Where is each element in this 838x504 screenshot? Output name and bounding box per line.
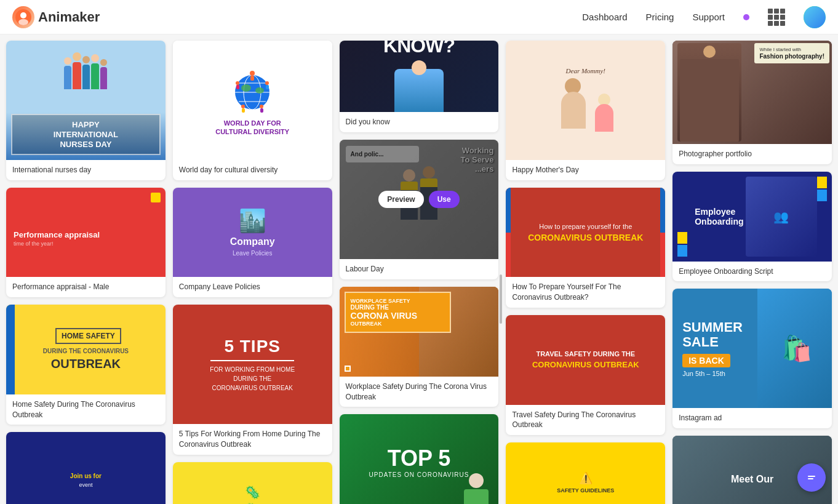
card-thumb-company-leave[interactable]: 🏙️ Company Leave Policies Preview Use — [173, 188, 332, 278]
card-company-leave: 🏙️ Company Leave Policies Preview Use Co… — [173, 188, 332, 297]
card-thumb-summer-sale[interactable]: 🛍️ SUMMERSALE IS BACK Jun 5th – 15th Pre… — [672, 289, 832, 408]
card-five-tips: 5 TIPS FOR WORKING FROM HOMEDURING THECO… — [173, 305, 332, 455]
chat-bubble[interactable] — [797, 463, 826, 492]
card-label-company-leave: Company Leave Policies — [173, 277, 332, 297]
card-nurses-day: HAPPYINTERNATIONALNURSES DAY Preview Use… — [6, 41, 166, 180]
nav-area: Dashboard Pricing Support — [582, 6, 826, 28]
card-did-you-know: KNOW? Preview Use — [340, 41, 499, 132]
card-top5: TOP 5 UPDATES ON CORONAVIRUS Preview — [340, 414, 499, 504]
card-performance: Performance appraisal time of the year! … — [6, 188, 166, 297]
card-mothers-day: Dear Mommy! — [506, 41, 665, 180]
card-thumb-corona-yellow[interactable]: 🦠 🦠 CORONA VIRUS Preview Use — [173, 462, 332, 504]
card-thumb-top5[interactable]: TOP 5 UPDATES ON CORONAVIRUS Preview — [340, 414, 499, 504]
card-thumb-performance[interactable]: Performance appraisal time of the year! … — [6, 188, 166, 278]
card-workplace-safety: WORKPLACE SAFETY DURING THE CORONA VIRUS… — [340, 287, 499, 407]
svg-point-16 — [241, 105, 245, 108]
card-label-five-tips: 5 Tips For Working From Home During The … — [173, 424, 332, 455]
card-label-fashion: Photographer portfolio — [672, 144, 832, 164]
card-label-workplace-safety: Workplace Safety During The Corona Virus… — [340, 377, 499, 407]
column-1: HAPPYINTERNATIONALNURSES DAY Preview Use… — [6, 41, 166, 504]
apps-grid-icon[interactable] — [768, 9, 785, 26]
svg-rect-19 — [260, 108, 263, 113]
logo-text: Animaker — [38, 9, 100, 25]
card-thumb-five-tips[interactable]: 5 TIPS FOR WORKING FROM HOMEDURING THECO… — [173, 305, 332, 424]
status-dot — [743, 14, 749, 20]
card-labour-day: And polic... WorkingTo Serve...ers Previ… — [340, 140, 499, 279]
card-label-did-you-know: Did you know — [340, 112, 499, 132]
svg-point-14 — [265, 81, 269, 85]
card-label-travel-safety: Travel Safety During The Coronavirus Out… — [506, 405, 665, 436]
card-thumb-corona-outbreak[interactable]: How to prepare yourself for the CORONAVI… — [506, 188, 665, 278]
card-label-employee-onboarding: Employee Onboarding Script — [672, 262, 832, 282]
card-home-safety: HOME SAFETY DURING THE CORONAVIRUS OUTBR… — [6, 305, 166, 425]
main-content: HAPPYINTERNATIONALNURSES DAY Preview Use… — [0, 34, 838, 504]
card-world-day: WORLD DAY FORCULTURAL DIVERSITY Preview … — [173, 41, 332, 180]
column-5: While I started with Fashion photography… — [672, 41, 832, 504]
nav-support[interactable]: Support — [692, 12, 725, 22]
svg-point-20 — [805, 471, 818, 484]
column-2: WORLD DAY FORCULTURAL DIVERSITY Preview … — [173, 41, 332, 504]
card-label-home-safety: Home Safety During The Coronavirus Outbr… — [6, 394, 166, 425]
card-thumb-nurses-day[interactable]: HAPPYINTERNATIONALNURSES DAY Preview Use — [6, 41, 166, 160]
svg-rect-13 — [236, 85, 239, 89]
card-thumb-did-you-know[interactable]: KNOW? Preview Use — [340, 41, 499, 112]
svg-point-1 — [20, 12, 26, 18]
card-thumb-travel-safety[interactable]: TRAVEL SAFETY DURING THE CORONAVIRUS OUT… — [506, 315, 665, 405]
card-travel-safety: TRAVEL SAFETY DURING THE CORONAVIRUS OUT… — [506, 315, 665, 435]
card-thumb-workplace-safety[interactable]: WORKPLACE SAFETY DURING THE CORONA VIRUS… — [340, 287, 499, 377]
svg-rect-17 — [242, 108, 245, 113]
card-thumb-col4-bottom[interactable]: ⚠️ SAFETY GUIDELINES Preview Use — [506, 442, 665, 504]
svg-point-18 — [260, 105, 263, 108]
card-thumb-home-safety[interactable]: HOME SAFETY DURING THE CORONAVIRUS OUTBR… — [6, 305, 166, 394]
card-thumb-mothers-day[interactable]: Dear Mommy! — [506, 41, 665, 160]
card-summer-sale: 🛍️ SUMMERSALE IS BACK Jun 5th – 15th Pre… — [672, 289, 832, 428]
card-label-world-day: World day for cultural diversity — [173, 160, 332, 180]
card-label-corona-outbreak: How To Prepare Yourself For The Coronavi… — [506, 277, 665, 308]
card-label-performance: Performance appraisal - Male — [6, 277, 166, 297]
svg-rect-11 — [250, 76, 254, 81]
svg-point-10 — [250, 71, 255, 76]
card-corona-outbreak: How to prepare yourself for the CORONAVI… — [506, 188, 665, 308]
card-label-labour-day: Labour Day — [340, 259, 499, 279]
card-col4-bottom: ⚠️ SAFETY GUIDELINES Preview Use — [506, 442, 665, 504]
avatar[interactable] — [804, 6, 826, 28]
svg-point-9 — [255, 87, 264, 94]
column-3: KNOW? Preview Use — [340, 41, 499, 504]
card-thumb-labour-day[interactable]: And polic... WorkingTo Serve...ers Previ… — [340, 140, 499, 259]
card-thumb-col1-bottom[interactable]: Join us for event Preview Use — [6, 432, 166, 504]
use-button-labour[interactable]: Use — [429, 191, 460, 208]
card-grid: HAPPYINTERNATIONALNURSES DAY Preview Use… — [6, 41, 832, 504]
nav-dashboard[interactable]: Dashboard — [582, 12, 627, 22]
nav-pricing[interactable]: Pricing — [646, 12, 674, 22]
card-thumb-world-day[interactable]: WORLD DAY FORCULTURAL DIVERSITY Preview … — [173, 41, 332, 160]
card-fashion: While I started with Fashion photography… — [672, 41, 832, 164]
logo-area[interactable]: Animaker — [12, 6, 100, 28]
logo-icon — [12, 6, 34, 28]
card-label-mothers-day: Happy Mother's Day — [506, 160, 665, 180]
header: Animaker Dashboard Pricing Support — [0, 0, 838, 34]
svg-rect-15 — [266, 85, 269, 89]
card-thumb-employee-onboarding[interactable]: EmployeeOnboarding 👥 Preview Use — [672, 172, 832, 262]
preview-button-labour[interactable]: Preview — [378, 191, 423, 208]
card-corona-yellow: 🦠 🦠 CORONA VIRUS Preview Use — [173, 462, 332, 504]
card-thumb-fashion[interactable]: While I started with Fashion photography… — [672, 41, 832, 144]
card-label-summer-sale: Instagram ad — [672, 408, 832, 428]
column-4: Dear Mommy! — [506, 41, 665, 504]
scroll-indicator — [500, 274, 502, 324]
card-employee-onboarding: EmployeeOnboarding 👥 Preview Use — [672, 172, 832, 281]
card-col1-bottom: Join us for event Preview Use — [6, 432, 166, 504]
card-label-nurses-day: International nurses day — [6, 160, 166, 180]
svg-point-2 — [18, 19, 28, 25]
svg-point-12 — [236, 81, 239, 85]
svg-point-8 — [241, 84, 251, 92]
